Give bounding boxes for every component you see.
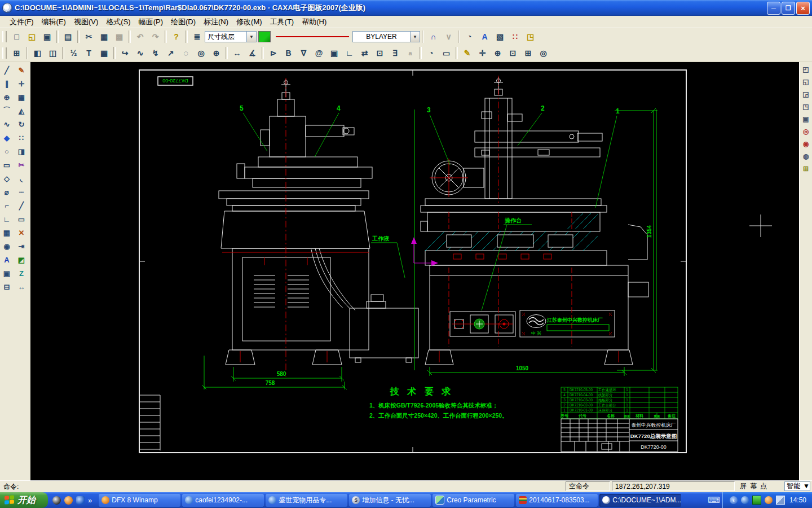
command-prompt[interactable]: 命令:	[3, 482, 19, 492]
fillet-tool-icon[interactable]: ◟	[15, 172, 28, 185]
redline-icon[interactable]: ◉	[800, 138, 812, 150]
ole-image-tool-icon[interactable]: ◉	[0, 239, 14, 253]
hatch-tool-icon[interactable]: ⌀	[0, 185, 14, 199]
text-box-icon[interactable]: ▣	[327, 46, 341, 60]
copy-icon[interactable]: ▦	[97, 30, 111, 44]
menu-edit[interactable]: 编辑(E)	[38, 16, 70, 28]
toolbar-grip[interactable]	[2, 47, 7, 59]
menu-draw[interactable]: 绘图(D)	[167, 16, 200, 28]
stretch-tool-icon[interactable]: ▭	[15, 212, 28, 226]
text-tool-icon[interactable]: T	[82, 46, 96, 60]
angle-dim-icon[interactable]: ∡	[245, 46, 259, 60]
explode-tool-icon[interactable]: ✕	[15, 226, 28, 239]
window-copy-tool-icon[interactable]: ◨	[15, 144, 28, 158]
task-caofei[interactable]: caofei1234902-...	[182, 494, 264, 507]
magnifier-icon[interactable]: ◎	[194, 46, 208, 60]
tray-icon-green-grid[interactable]	[752, 496, 761, 505]
block-ops-icon[interactable]: ◰	[800, 63, 812, 76]
corner-dim-icon[interactable]: ∟	[342, 46, 356, 60]
menu-file[interactable]: 文件(F)	[6, 16, 38, 28]
rectangle-tool-icon[interactable]: ▭	[0, 158, 14, 172]
task-pet-shop[interactable]: 盛世宠物用品专...	[266, 494, 347, 507]
snap-mode-combo[interactable]: 智能 ▼	[784, 481, 810, 491]
layer-move-tool-icon[interactable]: Z	[15, 266, 28, 280]
cloud-icon[interactable]: ◌	[179, 46, 193, 60]
array-tool-icon[interactable]: ∷	[15, 131, 28, 144]
toolbar-grip[interactable]	[2, 31, 7, 42]
block-insert-tool-icon[interactable]: ⊟	[0, 280, 14, 294]
minimize-button[interactable]: ─	[767, 2, 780, 15]
task-add-info[interactable]: S 增加信息 - 无忧...	[349, 494, 431, 507]
start-button[interactable]: 开始	[0, 492, 48, 508]
new-file-icon[interactable]: □	[10, 30, 24, 44]
restore-button[interactable]: ❐	[782, 2, 795, 15]
layer-color-icon[interactable]	[258, 31, 271, 42]
text-align-icon[interactable]: ∃	[388, 46, 402, 60]
taskbar-clock[interactable]: 14:50	[789, 496, 806, 504]
titleblock-settings-icon[interactable]: ◫	[46, 46, 60, 60]
quicklaunch-ie-icon[interactable]	[76, 496, 85, 505]
menu-modify[interactable]: 修改(M)	[232, 16, 266, 28]
zigzag-line-icon[interactable]: ↯	[148, 46, 162, 60]
surface-finish-icon[interactable]: @	[312, 46, 326, 60]
dim-style-icon[interactable]: ▧	[493, 30, 507, 44]
wave-line-icon[interactable]: ∿	[133, 46, 147, 60]
tray-icon-orange[interactable]	[765, 496, 773, 504]
dim-edit-tool-icon[interactable]: ↔	[15, 280, 28, 294]
query-distance-icon[interactable]: ◔	[424, 46, 438, 60]
break-tool-icon[interactable]: ┄	[15, 185, 28, 199]
line-tool-icon[interactable]: ╱	[0, 63, 14, 77]
block-create-tool-icon[interactable]: ▣	[0, 266, 14, 280]
task-winamp[interactable]: DFX 8 Winamp	[99, 494, 180, 507]
arc-tool-icon[interactable]: ⌒	[0, 104, 14, 117]
query-icon[interactable]: ◔	[462, 30, 476, 44]
menu-sheet[interactable]: 幅面(P)	[135, 16, 167, 28]
quicklaunch-icon-2[interactable]	[64, 496, 73, 505]
menu-help[interactable]: 帮助(H)	[298, 16, 330, 28]
linetype-combo-arrow[interactable]: ▼	[410, 32, 420, 42]
sketch-icon[interactable]: ✎	[460, 46, 474, 60]
block-edit-tool-icon[interactable]: ◩	[15, 253, 28, 266]
bom-table-icon[interactable]: ▦	[97, 46, 111, 60]
leader-icon[interactable]: ↪	[118, 46, 132, 60]
zoom-all-icon[interactable]: ⊞	[521, 46, 535, 60]
task-caxa-active[interactable]: C:\DOCUME~1\ADM...	[599, 494, 681, 507]
quicklaunch-overflow-chevron[interactable]: »	[88, 496, 92, 505]
chamfer-tool-icon[interactable]: ⌐	[0, 199, 14, 212]
linetype-combo[interactable]: BYLAYER ▼	[352, 31, 420, 42]
cut-icon[interactable]: ✂	[82, 30, 96, 44]
copy-tool-icon[interactable]: ▦	[15, 90, 28, 104]
help-icon[interactable]: ?	[169, 30, 183, 44]
swap-text-icon[interactable]: ⇄	[358, 46, 372, 60]
linear-dim-icon[interactable]: ↔	[230, 46, 244, 60]
ellipse-tool-icon[interactable]: ○	[0, 144, 14, 158]
block-paint-icon[interactable]: ◳	[800, 100, 812, 113]
fit-view-icon[interactable]: ⊞	[10, 46, 24, 60]
tray-icon-blue[interactable]	[741, 496, 749, 504]
menu-dimension[interactable]: 标注(N)	[200, 16, 232, 28]
snap-mode-arrow[interactable]: ▼	[803, 482, 810, 491]
axis-tool-icon[interactable]: ∟	[0, 212, 14, 226]
parallel-line-tool-icon[interactable]: ∥	[0, 77, 14, 90]
crosshair-cursor[interactable]	[749, 214, 772, 237]
pan-icon[interactable]: ✛	[475, 46, 489, 60]
menu-view[interactable]: 视图(V)	[70, 16, 102, 28]
keyboard-layout-icon[interactable]: ⌨	[708, 495, 720, 505]
pointer-icon[interactable]: ↗	[164, 46, 178, 60]
menu-tools[interactable]: 工具(T)	[266, 16, 298, 28]
fill-tool-icon[interactable]: ◆	[0, 131, 14, 144]
layer-manager-icon[interactable]: ≣	[190, 30, 204, 44]
align-tool-icon[interactable]: ⇥	[15, 239, 28, 253]
block-edit-icon[interactable]: ▣	[800, 113, 812, 125]
close-button[interactable]: ×	[796, 2, 810, 15]
quicklaunch-icon-1[interactable]	[52, 496, 61, 505]
zoom-previous-icon[interactable]: ◎	[536, 46, 550, 60]
snap-mode-icon[interactable]: ∨	[442, 30, 456, 44]
move-tool-icon[interactable]: ✛	[15, 77, 28, 90]
erase-tool-icon[interactable]: ✎	[15, 63, 28, 77]
point-style-icon[interactable]: ∷	[508, 30, 522, 44]
paste-icon[interactable]: ▩	[112, 30, 126, 44]
task-archive[interactable]: 20140617-083503...	[516, 494, 598, 507]
baseline-dim-icon[interactable]: B	[281, 46, 295, 60]
center-mark-icon[interactable]: ⊕	[209, 46, 223, 60]
